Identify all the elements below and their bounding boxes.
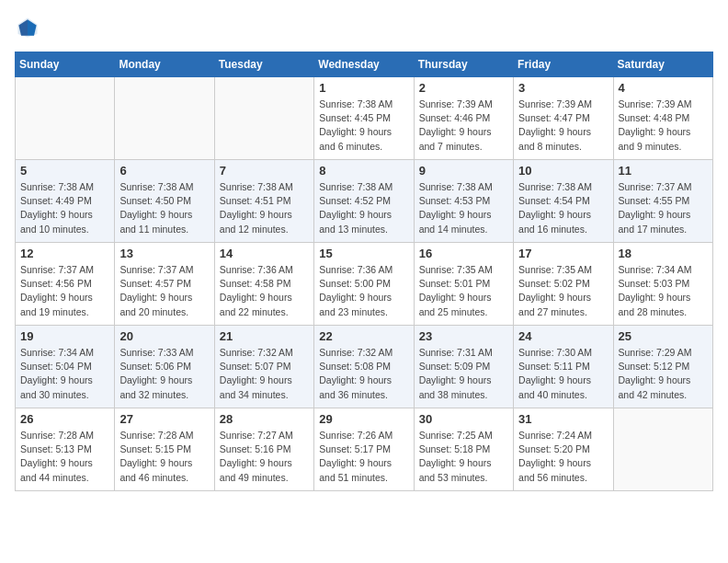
cell-day-number: 12: [20, 247, 109, 260]
cell-day-number: 25: [619, 329, 708, 343]
cell-day-number: 1: [319, 81, 408, 95]
cell-info-text: Sunrise: 7:32 AM Sunset: 5:08 PM Dayligh…: [319, 346, 408, 402]
cell-info-text: Sunrise: 7:39 AM Sunset: 4:46 PM Dayligh…: [419, 98, 508, 154]
logo: [15, 15, 44, 40]
cell-day-number: 29: [319, 412, 408, 426]
cell-day-number: 9: [419, 164, 508, 178]
day-header-tuesday: Tuesday: [214, 52, 313, 77]
cell-info-text: Sunrise: 7:38 AM Sunset: 4:45 PM Dayligh…: [319, 98, 408, 154]
cell-day-number: 23: [419, 329, 508, 343]
calendar-cell: 9Sunrise: 7:38 AM Sunset: 4:53 PM Daylig…: [414, 160, 513, 243]
calendar-cell: 1Sunrise: 7:38 AM Sunset: 4:45 PM Daylig…: [314, 77, 414, 160]
cell-info-text: Sunrise: 7:36 AM Sunset: 4:58 PM Dayligh…: [220, 263, 309, 319]
cell-day-number: 28: [220, 412, 309, 426]
calendar-cell: 11Sunrise: 7:37 AM Sunset: 4:55 PM Dayli…: [613, 160, 712, 243]
calendar-cell: 22Sunrise: 7:32 AM Sunset: 5:08 PM Dayli…: [314, 326, 414, 408]
cell-day-number: 21: [220, 329, 309, 343]
calendar-cell: 20Sunrise: 7:33 AM Sunset: 5:06 PM Dayli…: [115, 326, 214, 408]
cell-info-text: Sunrise: 7:25 AM Sunset: 5:18 PM Dayligh…: [419, 429, 508, 485]
cell-info-text: Sunrise: 7:39 AM Sunset: 4:47 PM Dayligh…: [518, 98, 608, 154]
calendar-header-row: SundayMondayTuesdayWednesdayThursdayFrid…: [16, 52, 713, 77]
cell-info-text: Sunrise: 7:35 AM Sunset: 5:01 PM Dayligh…: [419, 263, 508, 319]
cell-info-text: Sunrise: 7:38 AM Sunset: 4:49 PM Dayligh…: [20, 180, 109, 236]
cell-day-number: 30: [419, 412, 508, 426]
calendar-cell: 12Sunrise: 7:37 AM Sunset: 4:56 PM Dayli…: [16, 243, 115, 326]
calendar-cell: 24Sunrise: 7:30 AM Sunset: 5:11 PM Dayli…: [514, 326, 613, 408]
cell-day-number: 24: [518, 329, 608, 343]
calendar-table: SundayMondayTuesdayWednesdayThursdayFrid…: [15, 52, 713, 491]
calendar-week-row: 5Sunrise: 7:38 AM Sunset: 4:49 PM Daylig…: [16, 160, 713, 243]
cell-day-number: 27: [119, 412, 209, 426]
calendar-cell: [613, 408, 712, 491]
cell-day-number: 17: [518, 247, 608, 260]
calendar-cell: 8Sunrise: 7:38 AM Sunset: 4:52 PM Daylig…: [314, 160, 414, 243]
day-header-thursday: Thursday: [414, 52, 513, 77]
cell-day-number: 18: [619, 247, 708, 260]
calendar-cell: [214, 77, 313, 160]
cell-day-number: 6: [119, 164, 209, 178]
cell-day-number: 31: [518, 412, 608, 426]
cell-info-text: Sunrise: 7:37 AM Sunset: 4:57 PM Dayligh…: [119, 263, 209, 319]
cell-info-text: Sunrise: 7:27 AM Sunset: 5:16 PM Dayligh…: [220, 429, 309, 485]
cell-day-number: 13: [119, 247, 209, 260]
day-header-saturday: Saturday: [613, 52, 712, 77]
cell-day-number: 3: [518, 81, 608, 95]
cell-day-number: 15: [319, 247, 408, 260]
calendar-cell: 6Sunrise: 7:38 AM Sunset: 4:50 PM Daylig…: [115, 160, 214, 243]
calendar-cell: 7Sunrise: 7:38 AM Sunset: 4:51 PM Daylig…: [214, 160, 313, 243]
cell-info-text: Sunrise: 7:34 AM Sunset: 5:03 PM Dayligh…: [619, 263, 708, 319]
cell-info-text: Sunrise: 7:30 AM Sunset: 5:11 PM Dayligh…: [518, 346, 608, 402]
cell-info-text: Sunrise: 7:38 AM Sunset: 4:51 PM Dayligh…: [220, 180, 309, 236]
calendar-cell: 29Sunrise: 7:26 AM Sunset: 5:17 PM Dayli…: [314, 408, 414, 491]
cell-info-text: Sunrise: 7:37 AM Sunset: 4:56 PM Dayligh…: [20, 263, 109, 319]
cell-day-number: 16: [419, 247, 508, 260]
calendar-cell: 18Sunrise: 7:34 AM Sunset: 5:03 PM Dayli…: [613, 243, 712, 326]
calendar-cell: [115, 77, 214, 160]
day-header-wednesday: Wednesday: [314, 52, 414, 77]
calendar-cell: 2Sunrise: 7:39 AM Sunset: 4:46 PM Daylig…: [414, 77, 513, 160]
cell-info-text: Sunrise: 7:33 AM Sunset: 5:06 PM Dayligh…: [119, 346, 209, 402]
calendar-cell: 21Sunrise: 7:32 AM Sunset: 5:07 PM Dayli…: [214, 326, 313, 408]
calendar-week-row: 26Sunrise: 7:28 AM Sunset: 5:13 PM Dayli…: [16, 408, 713, 491]
cell-day-number: 14: [220, 247, 309, 260]
calendar-cell: 25Sunrise: 7:29 AM Sunset: 5:12 PM Dayli…: [613, 326, 712, 408]
cell-info-text: Sunrise: 7:35 AM Sunset: 5:02 PM Dayligh…: [518, 263, 608, 319]
calendar-cell: 30Sunrise: 7:25 AM Sunset: 5:18 PM Dayli…: [414, 408, 513, 491]
cell-info-text: Sunrise: 7:38 AM Sunset: 4:52 PM Dayligh…: [319, 180, 408, 236]
cell-info-text: Sunrise: 7:38 AM Sunset: 4:53 PM Dayligh…: [419, 180, 508, 236]
cell-info-text: Sunrise: 7:32 AM Sunset: 5:07 PM Dayligh…: [220, 346, 309, 402]
page-header: [15, 15, 713, 40]
cell-info-text: Sunrise: 7:29 AM Sunset: 5:12 PM Dayligh…: [619, 346, 708, 402]
calendar-cell: 14Sunrise: 7:36 AM Sunset: 4:58 PM Dayli…: [214, 243, 313, 326]
cell-day-number: 22: [319, 329, 408, 343]
day-header-monday: Monday: [115, 52, 214, 77]
calendar-cell: 13Sunrise: 7:37 AM Sunset: 4:57 PM Dayli…: [115, 243, 214, 326]
calendar-week-row: 19Sunrise: 7:34 AM Sunset: 5:04 PM Dayli…: [16, 326, 713, 408]
calendar-cell: 31Sunrise: 7:24 AM Sunset: 5:20 PM Dayli…: [514, 408, 613, 491]
cell-info-text: Sunrise: 7:28 AM Sunset: 5:15 PM Dayligh…: [119, 429, 209, 485]
cell-info-text: Sunrise: 7:38 AM Sunset: 4:54 PM Dayligh…: [518, 180, 608, 236]
calendar-cell: 3Sunrise: 7:39 AM Sunset: 4:47 PM Daylig…: [514, 77, 613, 160]
cell-day-number: 7: [220, 164, 309, 178]
cell-day-number: 8: [319, 164, 408, 178]
cell-info-text: Sunrise: 7:24 AM Sunset: 5:20 PM Dayligh…: [518, 429, 608, 485]
calendar-cell: 27Sunrise: 7:28 AM Sunset: 5:15 PM Dayli…: [115, 408, 214, 491]
day-header-friday: Friday: [514, 52, 613, 77]
cell-info-text: Sunrise: 7:36 AM Sunset: 5:00 PM Dayligh…: [319, 263, 408, 319]
cell-day-number: 20: [119, 329, 209, 343]
calendar-cell: 26Sunrise: 7:28 AM Sunset: 5:13 PM Dayli…: [16, 408, 115, 491]
cell-day-number: 10: [518, 164, 608, 178]
cell-day-number: 26: [20, 412, 109, 426]
day-header-sunday: Sunday: [16, 52, 115, 77]
calendar-cell: 28Sunrise: 7:27 AM Sunset: 5:16 PM Dayli…: [214, 408, 313, 491]
calendar-cell: 10Sunrise: 7:38 AM Sunset: 4:54 PM Dayli…: [514, 160, 613, 243]
calendar-cell: 15Sunrise: 7:36 AM Sunset: 5:00 PM Dayli…: [314, 243, 414, 326]
calendar-week-row: 1Sunrise: 7:38 AM Sunset: 4:45 PM Daylig…: [16, 77, 713, 160]
cell-info-text: Sunrise: 7:26 AM Sunset: 5:17 PM Dayligh…: [319, 429, 408, 485]
cell-info-text: Sunrise: 7:28 AM Sunset: 5:13 PM Dayligh…: [20, 429, 109, 485]
calendar-week-row: 12Sunrise: 7:37 AM Sunset: 4:56 PM Dayli…: [16, 243, 713, 326]
cell-day-number: 19: [20, 329, 109, 343]
logo-icon: [15, 15, 40, 40]
calendar-cell: 17Sunrise: 7:35 AM Sunset: 5:02 PM Dayli…: [514, 243, 613, 326]
cell-day-number: 5: [20, 164, 109, 178]
